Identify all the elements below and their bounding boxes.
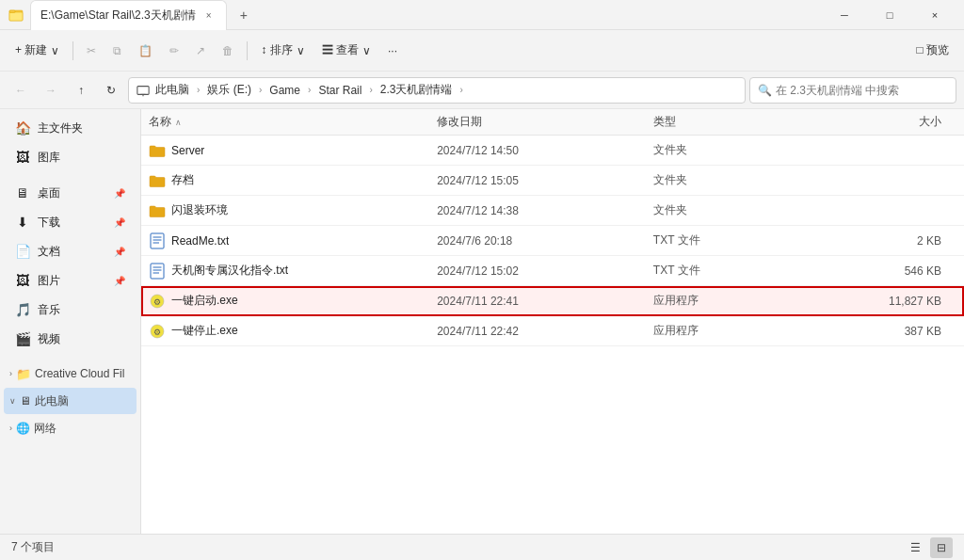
sidebar-item-home[interactable]: 🏠 主文件夹 (4, 114, 137, 142)
sidebar-this-pc-label: 此电脑 (35, 393, 69, 409)
view-button-chevron: ∨ (362, 44, 371, 57)
preview-button[interactable]: □ 预览 (908, 36, 956, 66)
view-list-button[interactable]: ☰ (904, 537, 926, 558)
new-button[interactable]: + 新建 ∨ (8, 36, 67, 66)
sidebar-item-gallery[interactable]: 🖼 图库 (4, 143, 137, 171)
delete-icon: 🗑 (222, 44, 233, 57)
search-input[interactable] (776, 84, 948, 97)
creative-cloud-icon: 📁 (16, 367, 31, 381)
refresh-button[interactable]: ↻ (98, 77, 124, 104)
pin-icon-downloads: 📌 (114, 217, 125, 228)
forward-button[interactable]: → (38, 77, 64, 104)
svg-rect-1 (9, 12, 23, 21)
breadcrumb-pc[interactable]: 此电脑 (152, 80, 193, 100)
sidebar-item-downloads[interactable]: ⬇ 下载 📌 (4, 208, 137, 236)
sort-button-label: ↕ 排序 (261, 42, 292, 58)
header-date-label: 修改日期 (437, 115, 482, 128)
breadcrumb-game[interactable]: Game (265, 82, 304, 99)
sidebar-network-label: 网络 (34, 421, 56, 437)
up-button[interactable]: ↑ (68, 77, 94, 104)
new-button-chevron: ∨ (51, 44, 59, 57)
more-button[interactable]: ··· (380, 36, 405, 66)
table-row[interactable]: ⚙ 一键启动.exe 2024/7/11 22:41 应用程序 11,827 K… (141, 286, 964, 316)
item-count: 7 个项目 (11, 539, 55, 555)
maximize-button[interactable]: □ (868, 0, 911, 30)
table-row[interactable]: ReadMe.txt 2024/7/6 20:18 TXT 文件 2 KB (141, 226, 964, 256)
table-row[interactable]: 闪退装环境 2024/7/12 14:38 文件夹 (141, 196, 964, 226)
active-tab[interactable]: E:\Game\Star Rail\2.3天机剧情 × (30, 0, 227, 30)
file-icon-txt (149, 232, 166, 249)
svg-rect-2 (9, 10, 15, 13)
expand-arrow-pc: ∨ (9, 396, 16, 406)
sidebar-item-documents[interactable]: 📄 文档 📌 (4, 237, 137, 265)
header-name[interactable]: 名称 ∧ (149, 114, 437, 130)
sidebar-creative-cloud[interactable]: › 📁 Creative Cloud Fil (4, 360, 137, 387)
home-icon: 🏠 (15, 120, 30, 136)
file-name-label: 一键启动.exe (171, 293, 238, 309)
file-date-cell: 2024/7/12 15:02 (437, 264, 653, 278)
table-row[interactable]: Server 2024/7/12 14:50 文件夹 (141, 136, 964, 166)
file-date-cell: 2024/7/11 22:41 (437, 295, 653, 308)
sidebar-item-music[interactable]: 🎵 音乐 (4, 296, 137, 324)
file-date-cell: 2024/7/12 14:38 (437, 204, 653, 217)
header-name-label: 名称 (149, 114, 171, 130)
file-icon-folder (149, 202, 166, 219)
back-button[interactable]: ← (8, 77, 34, 104)
file-icon-txt (149, 263, 166, 280)
file-type-cell: TXT 文件 (653, 263, 797, 279)
pin-icon-pictures: 📌 (114, 276, 125, 286)
window-controls: ─ □ × (823, 0, 956, 30)
pictures-icon: 🖼 (15, 273, 30, 288)
breadcrumb-folder[interactable]: 2.3天机剧情端 (377, 80, 457, 100)
sidebar-item-desktop[interactable]: 🖥 桌面 📌 (4, 179, 137, 207)
svg-rect-3 (137, 86, 149, 94)
sidebar-item-pictures[interactable]: 🖼 图片 📌 (4, 266, 137, 295)
new-button-label: + 新建 (15, 42, 47, 58)
sidebar-item-gallery-label: 图库 (38, 150, 60, 166)
file-size-cell: 11,827 KB (797, 295, 956, 308)
view-button[interactable]: ☰ 查看 ∨ (314, 36, 378, 66)
cut-icon: ✂ (87, 44, 96, 57)
file-type-cell: TXT 文件 (653, 232, 797, 248)
sidebar-this-pc[interactable]: ∨ 🖥 此电脑 (4, 388, 137, 414)
breadcrumb-starrail[interactable]: Star Rail (314, 82, 365, 99)
file-name-label: ReadMe.txt (171, 234, 229, 248)
new-tab-button[interactable]: + (231, 2, 257, 28)
file-pane: 名称 ∧ 修改日期 类型 大小 Server 2024/7/12 14:50 文… (141, 109, 964, 534)
sidebar-item-videos-label: 视频 (38, 331, 60, 347)
table-row[interactable]: ⚙ 一键停止.exe 2024/7/11 22:42 应用程序 387 KB (141, 316, 964, 346)
sort-arrow-icon: ∧ (175, 118, 182, 127)
search-box[interactable]: 🔍 (749, 77, 956, 104)
sort-button[interactable]: ↕ 排序 ∨ (253, 36, 312, 66)
gallery-icon: 🖼 (15, 150, 30, 165)
sidebar-network[interactable]: › 🌐 网络 (4, 415, 137, 441)
rename-button[interactable]: ✏ (162, 36, 186, 66)
copy-icon: ⧉ (113, 44, 121, 57)
view-details-button[interactable]: ⊟ (930, 537, 953, 558)
file-date-cell: 2024/7/11 22:42 (437, 325, 653, 338)
paste-button[interactable]: 📋 (131, 36, 160, 66)
sidebar-item-videos[interactable]: 🎬 视频 (4, 325, 137, 353)
close-button[interactable]: × (913, 0, 956, 30)
file-type-cell: 文件夹 (653, 142, 797, 158)
network-icon: 🌐 (16, 422, 30, 435)
copy-button[interactable]: ⧉ (105, 36, 129, 66)
sidebar-groups: › 📁 Creative Cloud Fil ∨ 🖥 此电脑 › 🌐 网络 (0, 360, 140, 441)
file-date-cell: 2024/7/6 20:18 (437, 234, 653, 248)
cut-button[interactable]: ✂ (79, 36, 104, 66)
pin-icon-documents: 📌 (114, 247, 125, 257)
delete-button[interactable]: 🗑 (215, 36, 241, 66)
minimize-button[interactable]: ─ (823, 0, 866, 30)
file-name-label: 一键停止.exe (171, 323, 238, 339)
view-button-label: ☰ 查看 (322, 42, 359, 58)
table-row[interactable]: 天机阁专属汉化指令.txt 2024/7/12 15:02 TXT 文件 546… (141, 256, 964, 286)
addressbar: ← → ↑ ↻ 此电脑 › 娱乐 (E:) › Game › Star Rail… (0, 72, 964, 109)
search-icon: 🔍 (758, 84, 772, 97)
view-list-icon: ☰ (910, 541, 921, 554)
header-date: 修改日期 (437, 114, 653, 130)
share-button[interactable]: ↗ (188, 36, 213, 66)
tab-close-button[interactable]: × (201, 8, 217, 23)
breadcrumb-drive[interactable]: 娱乐 (E:) (203, 80, 255, 100)
breadcrumb-folder-label: 2.3天机剧情端 (380, 82, 453, 98)
table-row[interactable]: 存档 2024/7/12 15:05 文件夹 (141, 166, 964, 196)
